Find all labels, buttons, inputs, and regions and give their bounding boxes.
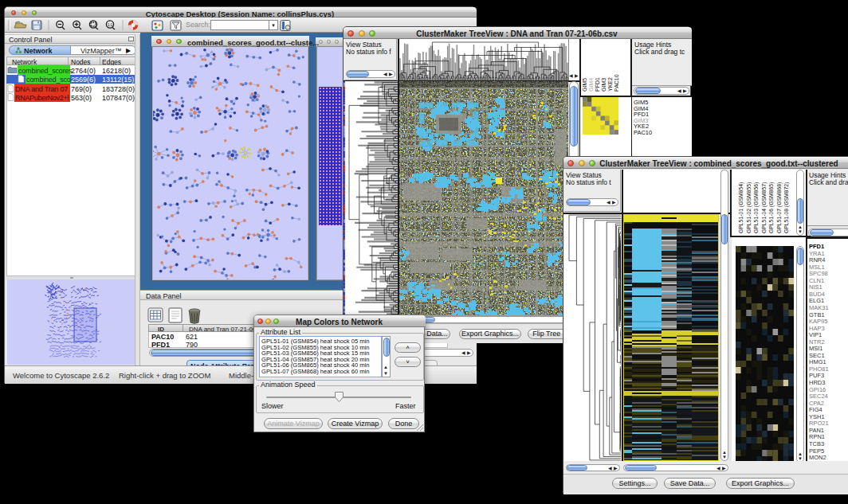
svg-text:GPL51-03 (GSM856): GPL51-03 (GSM856) [753, 182, 760, 233]
svg-text:PAC10: PAC10 [614, 74, 619, 92]
svg-text:PFD1: PFD1 [595, 77, 600, 92]
svg-text:YKE2: YKE2 [607, 77, 613, 92]
svg-text:1:1: 1:1 [108, 23, 113, 27]
svg-text:GPL51-02 (GSM855): GPL51-02 (GSM855) [746, 182, 752, 233]
svg-text:GIM3: GIM3 [601, 78, 607, 92]
svg-text:GIM5: GIM5 [582, 78, 587, 92]
svg-text:GPL51-04 (GSM857): GPL51-04 (GSM857) [761, 182, 768, 233]
svg-text:GPL51-08 (GSM872): GPL51-08 (GSM872) [783, 182, 790, 233]
svg-text:GPL51-07 (GSM868): GPL51-07 (GSM868) [776, 182, 783, 233]
svg-text:GIM4: GIM4 [588, 78, 594, 92]
svg-text:GPL51-01 (GSM854): GPL51-01 (GSM854) [738, 182, 744, 233]
svg-text:GPL51-06 (GSM865): GPL51-06 (GSM865) [768, 182, 775, 233]
